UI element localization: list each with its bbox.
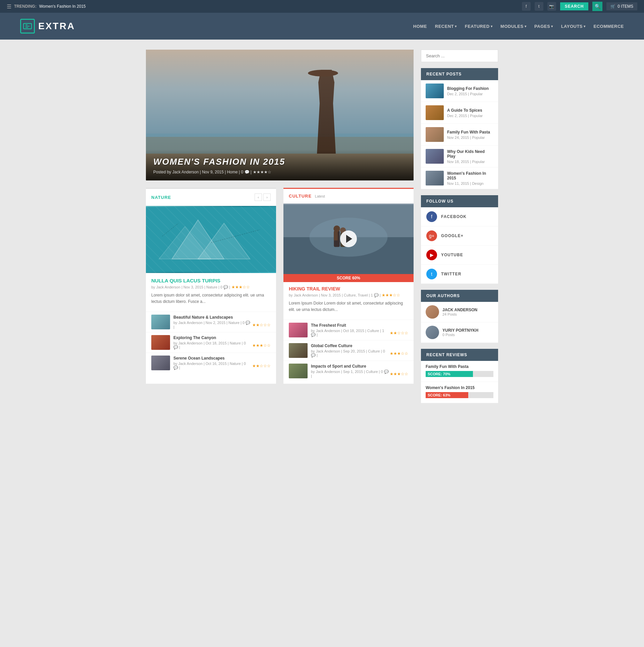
- nature-post-list: Beautiful Nature & Landscapes by Jack An…: [146, 309, 276, 376]
- review-title[interactable]: Women's Fashion In 2015: [426, 385, 493, 390]
- list-item: Beautiful Nature & Landscapes by Jack An…: [146, 312, 276, 332]
- post-info: Exploring The Canyon by Jack Anderson | …: [173, 335, 271, 349]
- instagram-topbar-icon[interactable]: 📷: [547, 2, 556, 11]
- recent-thumb: [426, 105, 444, 120]
- post-thumbnail: [289, 343, 308, 358]
- score-fill: SCORE: 63%: [426, 392, 468, 398]
- recent-title[interactable]: Family Fun With Pasta: [447, 130, 490, 134]
- facebook-topbar-icon[interactable]: f: [522, 2, 531, 11]
- trending-label: TRENDING:: [14, 4, 37, 9]
- nav-featured[interactable]: FEATURED ▾: [465, 24, 492, 29]
- culture-title: CULTURE: [289, 194, 312, 199]
- list-item: Serene Ocean Landscapes by Jack Anderson…: [146, 353, 276, 373]
- recent-meta: Nov 18, 2015 | Popular: [447, 160, 493, 164]
- recent-info: Blogging For Fashion Dec 2, 2015 | Popul…: [447, 86, 489, 96]
- search-input[interactable]: [421, 50, 498, 62]
- nav-home[interactable]: HOME: [413, 24, 427, 29]
- follow-twitter[interactable]: t TWITTER: [421, 265, 498, 284]
- post-title[interactable]: Impacts of Sport and Culture: [311, 364, 408, 369]
- review-score-bar: SCORE: 70%: [426, 371, 493, 377]
- post-meta: by Jack Anderson | Nov 2, 2015 | Nature …: [173, 321, 271, 329]
- post-thumbnail: [289, 323, 308, 337]
- follow-facebook[interactable]: f FACEBOOK: [421, 207, 498, 226]
- recent-title[interactable]: Blogging For Fashion: [447, 86, 489, 91]
- recent-post-item: Women's Fashion In 2015 Nov 11, 2015 | D…: [421, 167, 498, 189]
- hero-overlay: WOMEN'S FASHION IN 2015 Posted by Jack A…: [146, 150, 414, 180]
- culture-main-title[interactable]: HIKING TRAIL REVIEW: [283, 282, 414, 293]
- follow-googleplus[interactable]: g+ GOOGLE+: [421, 226, 498, 246]
- nav-modules[interactable]: MODULES ▾: [500, 24, 526, 29]
- nature-next-button[interactable]: ›: [263, 194, 271, 201]
- nature-main-image: [146, 206, 276, 273]
- reviews-title: RECENT REVIEWS: [421, 349, 498, 361]
- svg-marker-7: [159, 226, 211, 259]
- post-title[interactable]: The Freshest Fruit: [311, 323, 408, 328]
- post-meta: by Jack Anderson | Sep 1, 2015 | Culture…: [311, 370, 408, 378]
- author-info: YURIY PORTNYKH 0 Posts: [442, 328, 478, 337]
- post-thumbnail: [151, 335, 170, 350]
- nav-layouts[interactable]: LAYOUTS ▾: [561, 24, 586, 29]
- recent-title[interactable]: A Guide To Spices: [447, 108, 483, 113]
- post-title[interactable]: Exploring The Canyon: [173, 335, 271, 340]
- hero-title: WOMEN'S FASHION IN 2015: [153, 157, 406, 167]
- recent-thumb: [426, 149, 444, 164]
- search-button[interactable]: SEARCH: [560, 2, 589, 10]
- author-item: JACK ANDERSON 24 Posts: [421, 302, 498, 322]
- nature-main-title[interactable]: NULLA QUIS LACUS TURPIS: [146, 273, 276, 285]
- culture-header: CULTURE Latest: [283, 189, 414, 204]
- recent-post-item: Why Our Kids Need Play Nov 18, 2015 | Po…: [421, 146, 498, 167]
- nature-section: NATURE ‹ › NULLA QU: [146, 188, 276, 384]
- nature-prev-button[interactable]: ‹: [255, 194, 262, 201]
- nav-recent[interactable]: RECENT ▾: [435, 24, 457, 29]
- recent-info: Why Our Kids Need Play Nov 18, 2015 | Po…: [447, 149, 493, 164]
- cart-button[interactable]: 🛒 0 ITEMS: [606, 2, 637, 10]
- logo[interactable]: EXTRA: [20, 19, 75, 34]
- author-name[interactable]: YURIY PORTNYKH: [442, 328, 478, 333]
- recent-thumb: [426, 171, 444, 185]
- follow-youtube[interactable]: ▶ YOUTUBE: [421, 246, 498, 265]
- recent-info: Women's Fashion In 2015 Nov 11, 2015 | D…: [447, 171, 493, 185]
- play-button[interactable]: [340, 230, 357, 247]
- svg-point-14: [333, 225, 340, 232]
- recent-thumb: [426, 84, 444, 98]
- recent-thumb: [426, 127, 444, 142]
- authors-section: OUR AUTHORS JACK ANDERSON 24 Posts YURIY…: [421, 290, 498, 343]
- culture-title-wrap: CULTURE Latest: [289, 194, 325, 199]
- facebook-icon: f: [426, 211, 437, 222]
- post-meta: by Jack Anderson | Oct 18, 2015 | Nature…: [173, 341, 271, 349]
- culture-video[interactable]: [283, 204, 414, 274]
- nature-nav-arrows: ‹ ›: [255, 194, 271, 201]
- score-background: SCORE: 70%: [426, 371, 493, 377]
- recent-info: Family Fun With Pasta Nov 24, 2015 | Pop…: [447, 130, 490, 140]
- follow-title: FOLLOW US: [421, 195, 498, 207]
- menu-icon[interactable]: ☰: [7, 3, 11, 10]
- post-title[interactable]: Serene Ocean Landscapes: [173, 356, 271, 361]
- review-title[interactable]: Family Fun With Pasta: [426, 364, 493, 369]
- twitter-icon: t: [426, 269, 437, 279]
- hero-rating: ★★★★☆: [253, 170, 271, 174]
- score-fill: SCORE: 70%: [426, 371, 473, 377]
- googleplus-icon: g+: [426, 230, 437, 241]
- author-info: JACK ANDERSON 24 Posts: [442, 308, 477, 316]
- youtube-icon: ▶: [426, 250, 437, 260]
- culture-score-bar: SCORE 60%: [283, 274, 414, 282]
- hero-section[interactable]: WOMEN'S FASHION IN 2015 Posted by Jack A…: [146, 50, 414, 180]
- nature-header: NATURE ‹ ›: [146, 189, 276, 206]
- author-name[interactable]: JACK ANDERSON: [442, 308, 477, 312]
- recent-info: A Guide To Spices Dec 2, 2015 | Popular: [447, 108, 483, 118]
- recent-title[interactable]: Why Our Kids Need Play: [447, 149, 493, 159]
- sidebar: RECENT POSTS Blogging For Fashion Dec 2,…: [421, 50, 498, 409]
- nav-ecommerce[interactable]: ECOMMERCE: [594, 24, 624, 29]
- main-nav: HOME RECENT ▾ FEATURED ▾ MODULES ▾ PAGES…: [413, 24, 624, 29]
- nav-pages[interactable]: PAGES ▾: [534, 24, 553, 29]
- follow-googleplus-label: GOOGLE+: [441, 233, 464, 238]
- svg-line-9: [211, 230, 260, 243]
- recent-meta: Dec 2, 2015 | Popular: [447, 92, 489, 96]
- svg-marker-6: [198, 223, 250, 259]
- post-title[interactable]: Beautiful Nature & Landscapes: [173, 315, 271, 320]
- post-title[interactable]: Global Coffee Culture: [311, 343, 408, 348]
- twitter-topbar-icon[interactable]: t: [535, 2, 543, 11]
- follow-twitter-label: TWITTER: [441, 272, 461, 276]
- search-icon-button[interactable]: 🔍: [592, 2, 602, 11]
- recent-title[interactable]: Women's Fashion In 2015: [447, 171, 493, 180]
